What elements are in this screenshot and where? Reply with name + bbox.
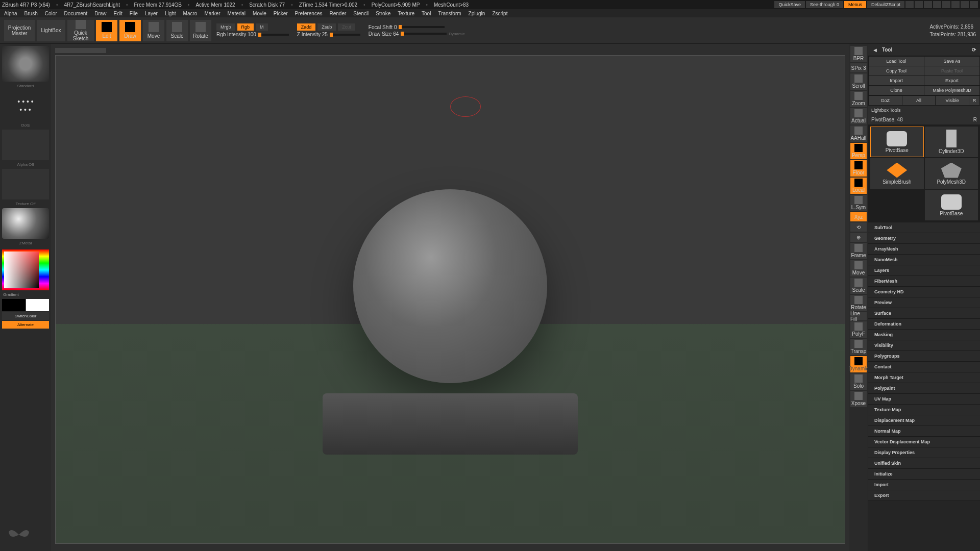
- window-icon-5[interactable]: [942, 1, 950, 8]
- menu-edit[interactable]: Edit: [114, 11, 122, 16]
- acc-masking[interactable]: Masking: [868, 330, 980, 340]
- acc-import[interactable]: Import: [868, 480, 980, 490]
- import-button[interactable]: Import: [869, 76, 924, 85]
- menu-material[interactable]: Material: [228, 11, 246, 16]
- window-icon-3[interactable]: [924, 1, 932, 8]
- default-script[interactable]: DefaultZScript: [867, 1, 904, 8]
- menu-stroke[interactable]: Stroke: [376, 11, 390, 16]
- clone-button[interactable]: Clone: [869, 86, 924, 95]
- acc-display[interactable]: Display Properties: [868, 447, 980, 458]
- menu-zplugin[interactable]: Zplugin: [469, 11, 485, 16]
- menu-document[interactable]: Document: [64, 11, 88, 16]
- tool-thumb-simplebrush[interactable]: SimpleBrush: [870, 158, 924, 189]
- spix-slider[interactable]: SPix 3: [850, 63, 867, 72]
- gradient-label[interactable]: Gradient: [2, 291, 49, 298]
- vp-scale-button[interactable]: Scale: [850, 278, 867, 294]
- floor-button[interactable]: Floor: [850, 160, 867, 177]
- frame-button[interactable]: Frame: [850, 243, 867, 259]
- goz-r-button[interactable]: R: [969, 96, 979, 105]
- menu-movie[interactable]: Movie: [253, 11, 266, 16]
- local-button[interactable]: Local: [850, 178, 867, 194]
- material-selector[interactable]: [2, 208, 49, 239]
- window-icon-1[interactable]: [905, 1, 914, 8]
- maximize-icon[interactable]: [961, 1, 969, 8]
- acc-polypaint[interactable]: Polypaint: [868, 383, 980, 394]
- zsub-button[interactable]: Zsub: [317, 23, 336, 31]
- texture-selector[interactable]: [2, 169, 49, 199]
- z-intensity-slider[interactable]: Z Intensity 25: [297, 32, 328, 37]
- goz-visible-button[interactable]: Visible: [936, 96, 969, 105]
- acc-subtool[interactable]: SubTool: [868, 222, 980, 233]
- save-as-button[interactable]: Save As: [924, 57, 979, 66]
- menu-alpha[interactable]: Alpha: [4, 11, 17, 16]
- m-button[interactable]: M: [256, 23, 268, 31]
- acc-texturemap[interactable]: Texture Map: [868, 405, 980, 415]
- menu-marker[interactable]: Marker: [204, 11, 220, 16]
- projection-master-button[interactable]: Projection Master: [4, 20, 35, 41]
- goz-button[interactable]: GoZ: [869, 96, 902, 105]
- menu-tool[interactable]: Tool: [422, 11, 431, 16]
- bpr-button[interactable]: BPR: [850, 46, 867, 62]
- rgb-button[interactable]: Rgb: [237, 23, 254, 31]
- tool-r-button[interactable]: R: [973, 117, 977, 122]
- acc-displacement[interactable]: Displacement Map: [868, 415, 980, 426]
- draw-size-slider[interactable]: Draw Size 64: [369, 31, 399, 37]
- acc-uvmap[interactable]: UV Map: [868, 394, 980, 405]
- aahalf-button[interactable]: AAHalf: [850, 126, 867, 142]
- acc-vectordisp[interactable]: Vector Displacement Map: [868, 437, 980, 447]
- menu-stencil[interactable]: Stencil: [353, 11, 369, 16]
- menu-color[interactable]: Color: [45, 11, 57, 16]
- make-polymesh-button[interactable]: Make PolyMesh3D: [924, 86, 979, 95]
- panel-refresh-icon[interactable]: ⟳: [972, 47, 976, 53]
- zcut-button[interactable]: Zcut: [338, 23, 355, 31]
- linefill-button[interactable]: Line Fill: [850, 312, 867, 320]
- rot-button[interactable]: ⟲: [850, 222, 867, 232]
- lightbox-button[interactable]: LightBox: [37, 20, 65, 41]
- acc-preview[interactable]: Preview: [868, 297, 980, 308]
- move-button[interactable]: Move: [143, 20, 164, 41]
- acc-surface[interactable]: Surface: [868, 308, 980, 319]
- polyf-button[interactable]: PolyF: [850, 321, 867, 338]
- copy-tool-button[interactable]: Copy Tool: [869, 66, 924, 76]
- menu-transform[interactable]: Transform: [438, 11, 461, 16]
- goz-all-button[interactable]: All: [902, 96, 936, 105]
- acc-initialize[interactable]: Initialize: [868, 469, 980, 480]
- tool-thumb-pivotbase[interactable]: PivotBase: [870, 127, 924, 157]
- export-button[interactable]: Export: [924, 76, 979, 85]
- menu-preferences[interactable]: Preferences: [295, 11, 323, 16]
- color-picker[interactable]: [2, 249, 49, 290]
- switch-color-button[interactable]: SwitchColor: [2, 312, 49, 320]
- acc-polygroups[interactable]: Polygroups: [868, 351, 980, 362]
- rgb-intensity-slider[interactable]: Rgb Intensity 100: [216, 32, 256, 37]
- zoom-button[interactable]: Zoom: [850, 91, 867, 107]
- acc-visibility[interactable]: Visibility: [868, 340, 980, 351]
- menu-brush[interactable]: Brush: [24, 11, 38, 16]
- alternate-button[interactable]: Alternate: [2, 321, 49, 329]
- load-tool-button[interactable]: Load Tool: [869, 57, 924, 66]
- lightbox-tools-button[interactable]: Lightbox Tools: [868, 106, 980, 115]
- quick-sketch-button[interactable]: Quick Sketch: [67, 20, 94, 41]
- secondary-color[interactable]: [2, 299, 25, 311]
- acc-fibermesh[interactable]: FiberMesh: [868, 276, 980, 287]
- window-icon-2[interactable]: [915, 1, 923, 8]
- menu-zscript[interactable]: Zscript: [492, 11, 507, 16]
- tool-thumb-pivot2[interactable]: PivotBase: [925, 190, 978, 220]
- acc-geometryhd[interactable]: Geometry HD: [868, 287, 980, 297]
- menu-layer[interactable]: Layer: [145, 11, 158, 16]
- menu-draw[interactable]: Draw: [94, 11, 106, 16]
- acc-deformation[interactable]: Deformation: [868, 319, 980, 330]
- acc-export[interactable]: Export: [868, 490, 980, 501]
- window-icon-4[interactable]: [933, 1, 941, 8]
- edit-button[interactable]: Edit: [96, 20, 117, 41]
- tool-panel-header[interactable]: ◄ Tool ⟳: [868, 44, 980, 56]
- dynamic-button[interactable]: Dynamic: [850, 356, 867, 372]
- acc-normalmap[interactable]: Normal Map: [868, 426, 980, 437]
- zadd-button[interactable]: Zadd: [297, 23, 316, 31]
- actual-button[interactable]: Actual: [850, 108, 867, 124]
- acc-geometry[interactable]: Geometry: [868, 233, 980, 244]
- mrgb-button[interactable]: Mrgb: [216, 23, 235, 31]
- rot2-button[interactable]: ⊕: [850, 233, 867, 242]
- tool-thumb-cylinder[interactable]: Cylinder3D: [925, 127, 978, 157]
- scroll-button[interactable]: Scroll: [850, 73, 867, 90]
- focal-shift-slider[interactable]: Focal Shift 0: [369, 24, 397, 30]
